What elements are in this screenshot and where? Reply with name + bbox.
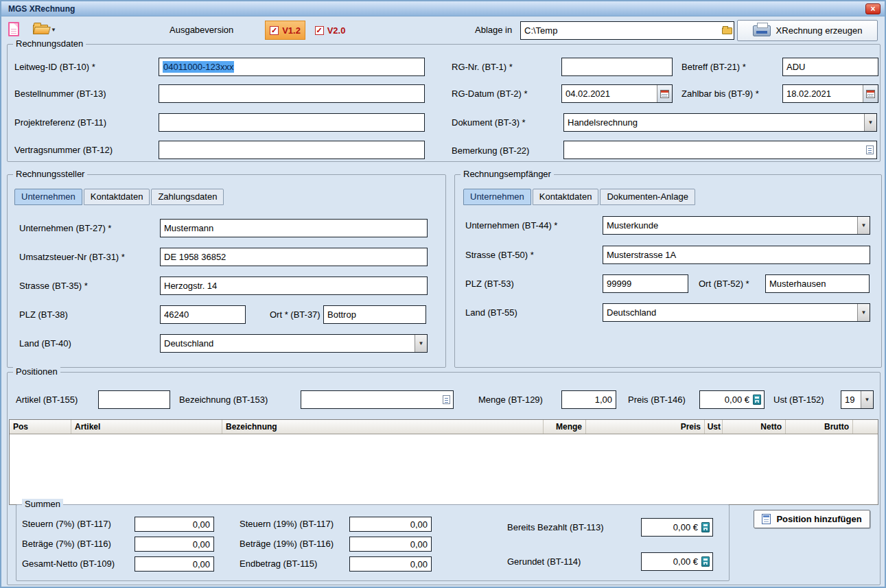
position-hinzufuegen-button[interactable]: Position hinzufügen bbox=[754, 510, 870, 528]
rgnr-input[interactable] bbox=[561, 58, 673, 76]
calculator-icon[interactable] bbox=[701, 556, 710, 567]
steuern19-input[interactable] bbox=[349, 517, 432, 532]
bezeichnung-input[interactable] bbox=[301, 391, 439, 408]
tab-steller-unternehmen[interactable]: Unternehmen bbox=[14, 189, 82, 205]
titlebar: MGS XRechnung × bbox=[1, 1, 885, 16]
tab-empf-dokumenten-anlage[interactable]: Dokumenten-Anlage bbox=[600, 189, 695, 205]
preis-input[interactable]: 0,00 € bbox=[699, 390, 765, 409]
empf-unternehmen-select[interactable]: Musterkunde ▼ bbox=[603, 216, 870, 235]
endbetrag-input[interactable] bbox=[349, 556, 432, 572]
rgdatum-group bbox=[561, 84, 673, 103]
col-menge[interactable]: Menge bbox=[544, 420, 586, 434]
preis-label: Preis (BT-146) bbox=[628, 395, 686, 405]
steuern7-input[interactable] bbox=[135, 517, 214, 532]
col-pos[interactable]: Pos bbox=[10, 420, 71, 434]
projektreferenz-input[interactable] bbox=[159, 113, 425, 132]
empf-strasse-input[interactable] bbox=[603, 246, 870, 264]
empf-land-select[interactable]: Deutschland ▼ bbox=[603, 303, 870, 322]
browse-folder-icon[interactable] bbox=[720, 22, 734, 39]
positionen-group: Positionen Artikel (BT-155) Bezeichnung … bbox=[7, 372, 881, 585]
open-folder-icon[interactable]: ▼ bbox=[33, 25, 56, 34]
gerundet-input[interactable]: 0,00 € bbox=[641, 552, 713, 571]
tab-empf-unternehmen[interactable]: Unternehmen bbox=[463, 189, 531, 205]
tab-steller-kontaktdaten[interactable]: Kontaktdaten bbox=[84, 189, 150, 205]
rechnungsdaten-title: Rechnungsdaten bbox=[13, 38, 86, 49]
bestellnummer-input[interactable] bbox=[159, 84, 425, 103]
chevron-down-icon[interactable]: ▼ bbox=[861, 391, 873, 408]
note-icon[interactable] bbox=[439, 391, 453, 408]
steller-unternehmen-label: Unternehmen (BT-27) * bbox=[19, 223, 111, 234]
checkbox-v12-icon[interactable]: ✓ bbox=[270, 26, 279, 35]
empf-plz-input[interactable] bbox=[603, 274, 688, 293]
col-brutto[interactable]: Brutto bbox=[786, 420, 853, 434]
tab-steller-zahlungsdaten[interactable]: Zahlungsdaten bbox=[151, 189, 224, 205]
xrechnung-erzeugen-button[interactable]: XRechnung erzeugen bbox=[737, 20, 878, 41]
col-filler bbox=[853, 420, 878, 434]
col-ust[interactable]: Ust bbox=[705, 420, 723, 434]
chevron-down-icon[interactable]: ▼ bbox=[864, 114, 876, 131]
close-icon[interactable]: × bbox=[865, 3, 881, 14]
vertragsnummer-input[interactable] bbox=[159, 141, 425, 159]
leitweg-input[interactable]: 04011000-123xxx bbox=[159, 58, 425, 76]
printer-icon bbox=[753, 25, 771, 36]
zahlbar-input[interactable] bbox=[783, 85, 863, 102]
new-invoice-icon[interactable] bbox=[8, 22, 19, 36]
calculator-icon[interactable] bbox=[753, 395, 761, 405]
note-icon[interactable] bbox=[863, 141, 876, 158]
betraege19-label: Beträge (19%) (BT-116) bbox=[240, 539, 334, 550]
bemerkung-input[interactable] bbox=[564, 141, 863, 158]
toolbar: ▼ Ausgabeversion ✓ V1.2 ✓ V2.0 Ablage in… bbox=[1, 16, 885, 44]
zahlbar-group bbox=[782, 84, 878, 103]
calendar-icon[interactable] bbox=[657, 85, 672, 102]
dokument-select[interactable]: Handelsrechnung ▼ bbox=[563, 113, 877, 132]
ust-label: Ust (BT-152) bbox=[773, 395, 824, 405]
rechnungsempfaenger-title: Rechnungsempfänger bbox=[461, 169, 554, 179]
empf-strasse-label: Strasse (BT-50) * bbox=[465, 250, 534, 261]
xrechnung-erzeugen-label: XRechnung erzeugen bbox=[776, 25, 863, 36]
steller-unternehmen-input[interactable] bbox=[160, 219, 428, 237]
empf-plz-label: PLZ (BT-53) bbox=[465, 279, 514, 290]
chevron-down-icon[interactable]: ▼ bbox=[415, 335, 427, 352]
steller-strasse-input[interactable] bbox=[160, 277, 428, 295]
col-netto[interactable]: Netto bbox=[723, 420, 786, 434]
steller-land-select[interactable]: Deutschland ▼ bbox=[160, 334, 428, 353]
empf-unternehmen-value: Musterkunde bbox=[603, 217, 857, 234]
col-preis[interactable]: Preis bbox=[586, 420, 705, 434]
chevron-down-icon[interactable]: ▼ bbox=[51, 27, 56, 33]
chevron-down-icon[interactable]: ▼ bbox=[857, 217, 870, 234]
bereits-bezahlt-input[interactable]: 0,00 € bbox=[641, 518, 713, 537]
tab-empf-kontaktdaten[interactable]: Kontaktdaten bbox=[533, 189, 599, 205]
checkbox-v20-icon[interactable]: ✓ bbox=[315, 26, 324, 35]
empf-land-value: Deutschland bbox=[603, 304, 857, 321]
col-artikel[interactable]: Artikel bbox=[71, 420, 222, 434]
calendar-icon[interactable] bbox=[863, 85, 878, 102]
ablage-path-group bbox=[520, 21, 734, 40]
steller-ustnr-input[interactable] bbox=[160, 248, 428, 266]
col-bezeichnung[interactable]: Bezeichnung bbox=[222, 420, 544, 434]
gesamt-netto-input[interactable] bbox=[135, 556, 214, 572]
rechnungssteller-tabs: Unternehmen Kontaktdaten Zahlungsdaten bbox=[14, 189, 225, 205]
positions-table: Pos Artikel Bezeichnung Menge Preis Ust … bbox=[9, 419, 878, 505]
steller-ort-input[interactable] bbox=[323, 305, 426, 324]
version-v12-toggle[interactable]: ✓ V1.2 bbox=[265, 21, 305, 40]
empf-ort-input[interactable] bbox=[765, 274, 870, 293]
calculator-icon[interactable] bbox=[701, 522, 710, 532]
version-v20-toggle[interactable]: ✓ V2.0 bbox=[311, 21, 349, 40]
empf-land-label: Land (BT-55) bbox=[465, 307, 517, 318]
betraege7-input[interactable] bbox=[135, 537, 214, 552]
steller-plz-input[interactable] bbox=[160, 305, 246, 324]
preis-value: 0,00 € bbox=[703, 395, 753, 405]
positionen-title: Positionen bbox=[13, 366, 60, 377]
menge-input[interactable] bbox=[561, 390, 616, 409]
artikel-input[interactable] bbox=[98, 390, 170, 409]
rgdatum-input[interactable] bbox=[562, 85, 657, 102]
steller-ort-label: Ort * (BT-37) bbox=[270, 309, 320, 320]
betreff-input[interactable] bbox=[782, 58, 878, 76]
rechnungsdaten-group: Rechnungsdaten Leitweg-ID (BT-10) * 0401… bbox=[7, 44, 881, 162]
betraege19-input[interactable] bbox=[349, 537, 432, 552]
ablage-path-input[interactable] bbox=[521, 22, 720, 39]
v12-label: V1.2 bbox=[282, 25, 301, 36]
window-title: MGS XRechnung bbox=[8, 4, 75, 14]
chevron-down-icon[interactable]: ▼ bbox=[857, 304, 870, 321]
ust-select[interactable]: 19 ▼ bbox=[841, 390, 874, 409]
